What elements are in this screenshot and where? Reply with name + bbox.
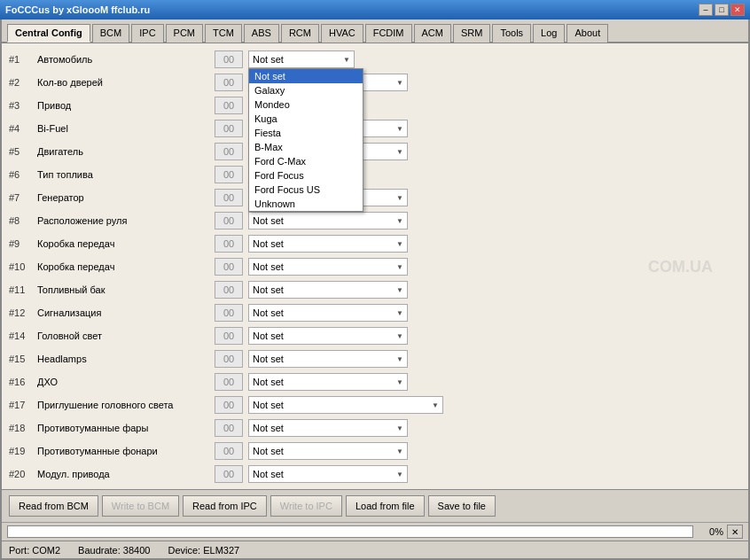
row-hex-value: 00: [215, 373, 243, 391]
dropdown-trigger[interactable]: Not set▼: [248, 419, 408, 437]
dropdown-value: Not set: [253, 238, 284, 249]
config-row-1: #1Автомобиль00Not set▼Not setGalaxyMonde…: [9, 49, 741, 70]
dropdown-option[interactable]: Galaxy: [249, 83, 363, 97]
dropdown-arrow-icon: ▼: [343, 56, 350, 64]
dropdown-option[interactable]: Fiesta: [249, 126, 363, 140]
tab-about[interactable]: About: [566, 24, 608, 43]
dropdown-arrow-icon: ▼: [396, 240, 403, 248]
dropdown-value: Not set: [253, 354, 284, 364]
write-to-bcm-button: Write to BCM: [102, 495, 179, 517]
tab-ipc[interactable]: IPC: [131, 24, 163, 43]
dropdown-trigger[interactable]: Not set▼: [248, 212, 408, 229]
dropdown-option[interactable]: Ford C-Max: [249, 154, 363, 168]
content-area: COM.UA #1Автомобиль00Not set▼Not setGala…: [2, 43, 748, 541]
config-list: COM.UA #1Автомобиль00Not set▼Not setGala…: [2, 43, 748, 489]
row-number: #4: [9, 123, 37, 134]
bottom-buttons: Read from BCMWrite to BCMRead from IPCWr…: [2, 489, 748, 522]
dropdown-value: Not set: [253, 469, 284, 479]
dropdown-menu: Not setGalaxyMondeoKugaFiestaB-MaxFord C…: [248, 68, 363, 212]
row-label: Кол-во дверей: [37, 77, 215, 88]
titlebar: FoCCCus by xGloooM ffclub.ru – □ ✕: [0, 0, 750, 19]
tab-bcm[interactable]: BCM: [92, 24, 129, 43]
config-row-3: #3Привод00Not set▼: [9, 95, 741, 116]
row-number: #8: [9, 215, 37, 226]
tab-srm[interactable]: SRM: [453, 24, 490, 43]
dropdown-arrow-icon: ▼: [396, 148, 403, 156]
dropdown-trigger[interactable]: Not set▼: [248, 396, 443, 414]
dropdown-trigger[interactable]: Not set▼: [248, 258, 408, 276]
tab-acm[interactable]: ACM: [414, 24, 451, 43]
dropdown-value: Not set: [253, 331, 284, 341]
dropdown-trigger[interactable]: Not set▼: [248, 304, 408, 322]
dropdown-trigger[interactable]: Not set▼: [248, 281, 408, 299]
progress-cancel-button[interactable]: ✕: [727, 525, 743, 539]
config-row-8: #8Расположение руля00Not set▼: [9, 210, 741, 231]
close-button[interactable]: ✕: [730, 4, 745, 16]
dropdown-arrow-icon: ▼: [396, 217, 403, 225]
row-hex-value: 00: [215, 465, 243, 483]
minimize-button[interactable]: –: [699, 4, 713, 16]
dropdown-value: Not set: [253, 54, 284, 65]
dropdown-trigger[interactable]: Not set▼: [248, 465, 408, 483]
dropdown-trigger[interactable]: Not set▼: [248, 373, 408, 391]
dropdown-option[interactable]: Ford Focus US: [249, 183, 363, 197]
row-hex-value: 00: [215, 304, 243, 322]
dropdown-option[interactable]: B-Max: [249, 140, 363, 154]
dropdown-arrow-icon: ▼: [396, 309, 403, 317]
read-from-bcm-button[interactable]: Read from BCM: [9, 495, 98, 517]
dropdown-option[interactable]: Ford Focus: [249, 168, 363, 183]
tab-rcm[interactable]: RCM: [281, 24, 319, 43]
dropdown-container: Not set▼Not setGalaxyMondeoKugaFiestaB-M…: [248, 51, 355, 68]
tab-pcm[interactable]: PCM: [166, 24, 203, 43]
row-number: #14: [9, 331, 37, 341]
dropdown-arrow-icon: ▼: [396, 194, 403, 202]
dropdown-option[interactable]: Unknown: [249, 197, 363, 211]
save-to-file-button[interactable]: Save to file: [428, 495, 496, 517]
dropdown-arrow-icon: ▼: [396, 355, 403, 363]
dropdown-option[interactable]: Kuga: [249, 112, 363, 126]
row-label: Автомобиль: [37, 54, 215, 65]
config-row-7: #7Генератор00Not set▼: [9, 187, 741, 208]
row-label: Двигатель: [37, 146, 215, 157]
dropdown-trigger[interactable]: Not set▼: [248, 442, 408, 460]
row-hex-value: 00: [215, 327, 243, 345]
row-number: #15: [9, 354, 37, 364]
status-bar: Port: COM2 Baudrate: 38400 Device: ELM32…: [2, 541, 748, 558]
write-to-ipc-button: Write to IPC: [270, 495, 342, 517]
row-number: #11: [9, 284, 37, 295]
dropdown-option[interactable]: Mondeo: [249, 97, 363, 112]
read-from-ipc-button[interactable]: Read from IPC: [183, 495, 267, 517]
dropdown-value: Not set: [253, 423, 284, 433]
config-row-19: #19Противотуманные фонари00Not set▼: [9, 440, 741, 462]
maximize-button[interactable]: □: [715, 4, 729, 16]
dropdown-trigger[interactable]: Not set▼: [248, 350, 408, 368]
tab-hvac[interactable]: HVAC: [321, 24, 363, 43]
tab-abs[interactable]: ABS: [244, 24, 279, 43]
row-label: Headlamps: [37, 354, 215, 364]
dropdown-trigger[interactable]: Not set▼: [248, 327, 408, 345]
row-label: Топливный бак: [37, 284, 215, 295]
tab-central-config[interactable]: Central Config: [7, 24, 90, 43]
tab-tcm[interactable]: TCM: [205, 24, 242, 43]
row-label: Модул. привода: [37, 469, 215, 479]
config-row-10: #10Коробка передач00Not set▼: [9, 256, 741, 277]
row-number: #7: [9, 192, 37, 203]
tab-fcdim[interactable]: FCDIM: [365, 24, 412, 43]
row-hex-value: 00: [215, 396, 243, 414]
dropdown-trigger[interactable]: Not set▼: [248, 235, 408, 253]
row-hex-value: 00: [215, 166, 243, 183]
dropdown-trigger[interactable]: Not set▼: [248, 51, 355, 68]
row-number: #20: [9, 469, 37, 479]
row-label: Сигнализация: [37, 307, 215, 318]
dropdown-option[interactable]: Not set: [249, 69, 363, 83]
row-label: Генератор: [37, 192, 215, 203]
config-row-4: #4Bi-Fuel00▼: [9, 118, 741, 139]
tab-tools[interactable]: Tools: [492, 24, 531, 43]
load-from-file-button[interactable]: Load from file: [346, 495, 425, 517]
config-row-9: #9Коробка передач00Not set▼: [9, 233, 741, 254]
row-hex-value: 00: [215, 74, 243, 91]
dropdown-arrow-icon: ▼: [396, 378, 403, 386]
dropdown-value: Not set: [253, 307, 284, 318]
row-number: #9: [9, 238, 37, 249]
tab-log[interactable]: Log: [533, 24, 565, 43]
